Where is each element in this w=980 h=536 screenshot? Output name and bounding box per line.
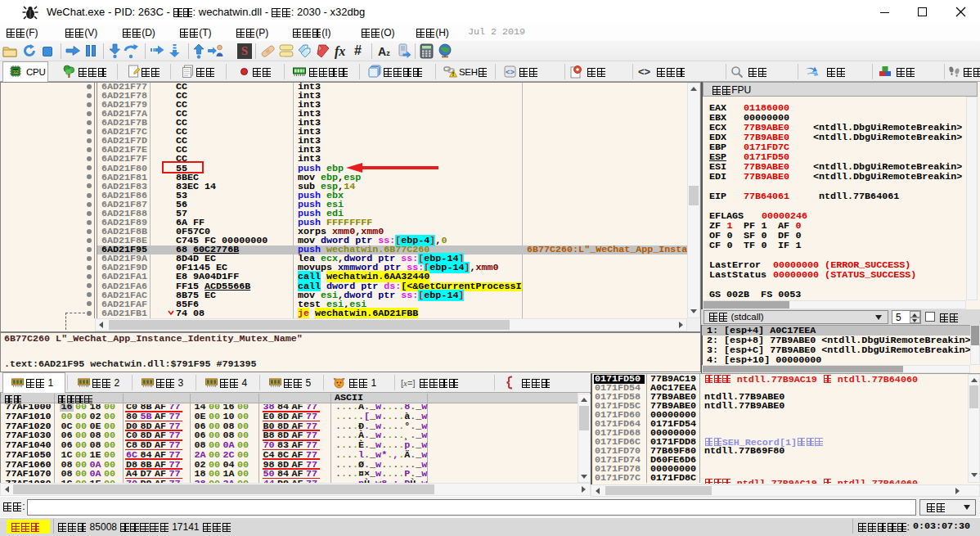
svg-text:!: !	[452, 71, 454, 77]
svg-text:<>: <>	[506, 69, 515, 77]
svg-text:32: 32	[13, 70, 19, 74]
